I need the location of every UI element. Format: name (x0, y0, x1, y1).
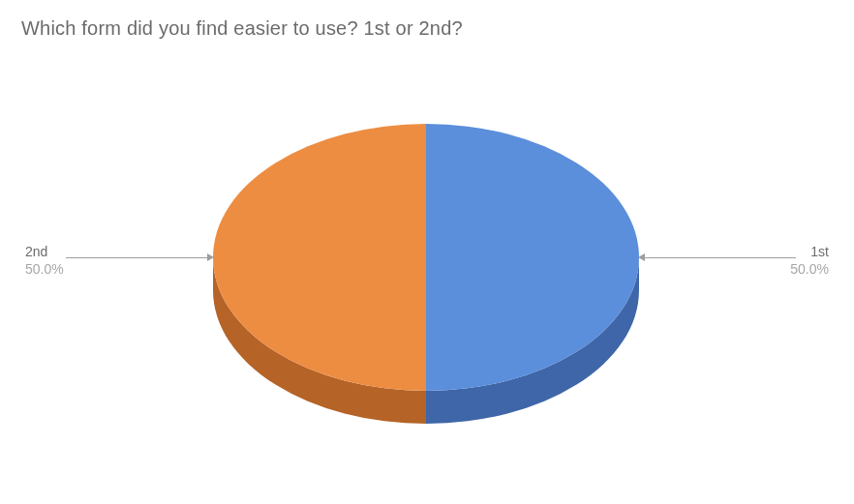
chart-container: Which form did you find easier to use? 1… (0, 0, 854, 504)
slice-label-1st: 1st 50.0% (790, 244, 829, 278)
leader-line-2nd (66, 257, 207, 258)
slice-percent-1st: 50.0% (790, 261, 829, 279)
slice-percent-2nd: 50.0% (25, 261, 64, 279)
slice-label-2nd: 2nd 50.0% (25, 244, 64, 278)
slice-name-1st: 1st (790, 244, 829, 261)
leader-arrow-1st (638, 253, 645, 261)
slice-name-2nd: 2nd (25, 244, 64, 261)
pie-chart (0, 0, 854, 504)
leader-line-1st (645, 257, 796, 258)
leader-arrow-2nd (207, 253, 214, 261)
